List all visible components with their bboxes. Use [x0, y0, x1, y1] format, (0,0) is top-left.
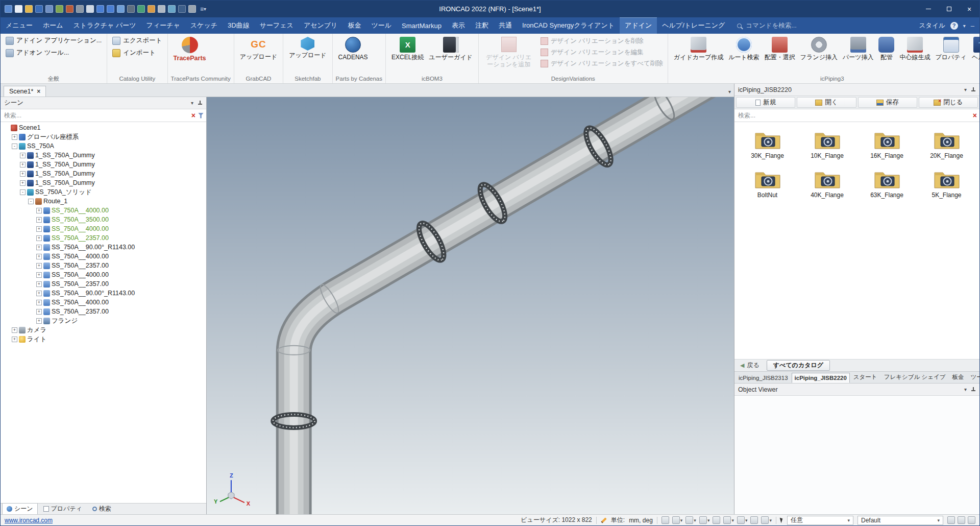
catalog-save-button[interactable]: 保存 — [858, 97, 917, 108]
import-icon[interactable] — [66, 5, 74, 13]
monitor-icon[interactable] — [178, 5, 186, 13]
panel-menu-caret-icon[interactable]: ▾ — [964, 387, 967, 392]
piping-button[interactable]: 配管 — [876, 35, 897, 61]
save-as-icon[interactable] — [45, 5, 53, 13]
tree-item[interactable]: + フランジ — [1, 316, 206, 325]
ribbon-tab[interactable]: サーフェス — [255, 17, 299, 34]
sketchfab-upload-button[interactable]: アップロード — [286, 35, 329, 59]
ribbon-tab[interactable]: アドイン — [620, 17, 657, 34]
close-button[interactable]: × — [959, 1, 979, 17]
ironcad-link[interactable]: www.ironcad.com — [5, 517, 53, 524]
catalog-tab[interactable]: フレキシブル シェイプ — [881, 371, 949, 383]
tree-expander[interactable]: + — [36, 208, 42, 213]
tree-item[interactable]: + カメラ — [1, 325, 206, 334]
catalog-icon[interactable] — [148, 5, 155, 13]
catalog-open-button[interactable]: 開く — [797, 97, 856, 108]
selection-filter-icon[interactable] — [947, 516, 955, 524]
app-menu-icon[interactable] — [5, 5, 12, 13]
ribbon-tab[interactable]: 3D曲線 — [223, 17, 255, 34]
user-guide-button[interactable]: ユーザーガイド — [426, 35, 475, 61]
flange-insert-button[interactable]: フランジ挿入 — [798, 35, 840, 61]
ribbon-tab[interactable]: フィーチャ — [141, 17, 185, 34]
grabcad-upload-button[interactable]: GC アップロード — [237, 35, 280, 61]
ribbon-tab[interactable]: アセンブリ — [299, 17, 343, 34]
camera-view-icon[interactable]: ▾ — [750, 516, 758, 524]
settings-icon[interactable] — [188, 5, 196, 13]
tree-item[interactable]: - SS_750A — [1, 141, 206, 151]
catalog-item[interactable]: 5K_Flange — [917, 168, 976, 199]
command-search[interactable] — [737, 17, 821, 34]
object-viewer-body[interactable] — [734, 396, 979, 514]
tree-expander[interactable]: + — [36, 245, 42, 250]
panel-bottom-tab[interactable]: 検索 — [88, 503, 116, 515]
display-mode-icon[interactable]: ▾ — [699, 516, 710, 524]
panel-menu-caret-icon[interactable]: ▾ — [191, 100, 193, 106]
route-search-button[interactable]: ルート検索 — [726, 35, 762, 61]
units-value[interactable]: mm, deg — [629, 517, 653, 524]
tree-expander[interactable]: + — [36, 217, 42, 223]
tree-expander[interactable]: + — [20, 153, 26, 158]
command-search-input[interactable] — [745, 21, 821, 30]
catalog-export-button[interactable]: エクスポート — [110, 35, 164, 46]
tree-expander[interactable]: + — [36, 291, 42, 296]
tree-expander[interactable]: + — [36, 263, 42, 269]
selection-mode-combo[interactable]: 任意 ▾ — [787, 516, 853, 525]
catalog-tab[interactable]: ツール — [968, 371, 980, 383]
catalog-tab[interactable]: icPiping_JISB2220 — [792, 373, 850, 383]
view-config-icon[interactable]: ▾ — [761, 516, 772, 524]
tree-expander[interactable]: + — [36, 300, 42, 305]
catalog-import-button[interactable]: インポート — [110, 47, 164, 58]
viewport-canvas[interactable]: Z X Y — [207, 97, 734, 514]
tree-expander[interactable]: + — [20, 171, 26, 177]
tree-item[interactable]: + SS_750A__2357.00 — [1, 279, 206, 289]
back-button[interactable]: ◀ 戻る — [737, 361, 763, 370]
tree-item[interactable]: + 1_SS_750A_Dummy — [1, 178, 206, 187]
tree-item[interactable]: + SS_750A__2357.00 — [1, 307, 206, 316]
tree-item[interactable]: + SS_750A__4000.00 — [1, 298, 206, 307]
tree-item[interactable]: + 1_SS_750A_Dummy — [1, 151, 206, 160]
ribbon-tab[interactable]: 共通 — [494, 17, 517, 34]
design-variation-delete-all-button[interactable]: デザイン バリエーションをすべて削除 — [539, 59, 665, 68]
catalog-item[interactable]: 10K_Flange — [797, 128, 857, 159]
tree-item[interactable]: - SS_750A_ソリッド — [1, 187, 206, 197]
config-combo[interactable]: Default ▾ — [857, 516, 943, 525]
zoom-in-icon[interactable]: ▾ — [662, 516, 669, 524]
catalog-item[interactable]: BoltNut — [738, 168, 797, 199]
zoom-fit-icon[interactable] — [117, 5, 125, 13]
zoom-window-icon[interactable]: ▾ — [672, 516, 683, 524]
tree-expander[interactable]: + — [36, 309, 42, 315]
tree-expander[interactable]: + — [36, 318, 42, 324]
panel-bottom-tab[interactable]: シーン — [2, 503, 38, 515]
tree-item[interactable]: + SS_750A__2357.00 — [1, 233, 206, 243]
camera-icon[interactable] — [127, 5, 135, 13]
tree-expander[interactable]: + — [36, 272, 42, 278]
export-icon[interactable] — [56, 5, 63, 13]
design-variation-delete-button[interactable]: デザイン バリエーションを削除 — [539, 36, 665, 46]
style-menu[interactable]: スタイル — [919, 21, 945, 30]
copy-icon[interactable] — [86, 5, 94, 13]
ribbon-tab[interactable]: メニュー — [1, 17, 38, 34]
tree-expander[interactable]: + — [12, 134, 17, 140]
scene-browser-icon[interactable]: ▾ — [737, 516, 748, 524]
addin-applications-button[interactable]: アドイン アプリケーション... — [4, 35, 104, 46]
render-style-icon[interactable]: ▾ — [723, 516, 734, 524]
tree-expander[interactable]: + — [36, 226, 42, 232]
maximize-button[interactable] — [939, 1, 959, 17]
viewport-3d[interactable]: Z X Y — [207, 97, 734, 514]
tree-expander[interactable]: - — [12, 144, 17, 149]
ribbon-tab[interactable]: 板金 — [342, 17, 366, 34]
catalog-new-button[interactable]: 新規 — [736, 97, 795, 108]
tree-expander[interactable]: + — [20, 162, 26, 168]
catalog-tab[interactable]: スタート — [850, 371, 880, 383]
measure-icon[interactable] — [158, 5, 165, 13]
design-variation-add-button[interactable]: デザイン バリエーションを追加 — [482, 35, 536, 68]
tree-item[interactable]: + SS_750A__3500.00 — [1, 215, 206, 224]
catalog-tab[interactable]: 板金 — [949, 371, 967, 383]
ribbon-tab[interactable]: ツール — [366, 17, 397, 34]
undo-icon[interactable] — [96, 5, 104, 13]
ribbon-tab[interactable]: ストラクチャ パーツ — [68, 17, 141, 34]
new-scene-icon[interactable] — [15, 5, 22, 13]
addon-tools-button[interactable]: アドオン ツール... — [4, 47, 104, 58]
ribbon-tab[interactable]: ホーム — [38, 17, 68, 34]
tree-expander[interactable]: + — [36, 254, 42, 259]
